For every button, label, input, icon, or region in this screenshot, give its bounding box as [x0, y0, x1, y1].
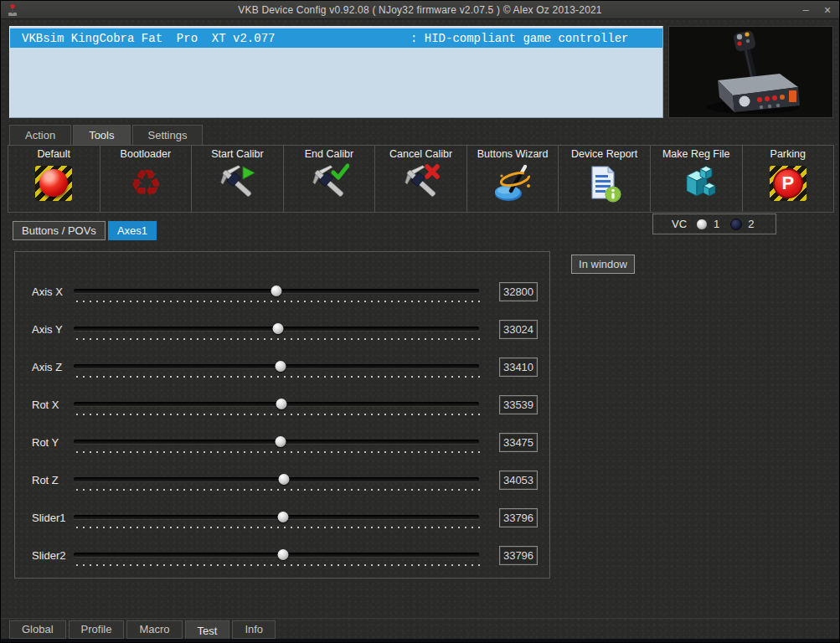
make-reg-file-button[interactable]: Make Reg File	[650, 146, 742, 212]
vc-group: VC 1 2	[652, 213, 776, 234]
toolbar: Default Bootloader ♻ Start Calibr	[8, 145, 834, 213]
axis-row-y: Axis Y 33024	[15, 320, 549, 353]
caliper-check-icon	[308, 162, 350, 205]
tab-axes1[interactable]: Axes1	[108, 221, 157, 240]
axis-tick-dots	[74, 338, 481, 340]
tab-info[interactable]: Info	[232, 620, 276, 639]
axis-slider[interactable]	[74, 553, 479, 557]
axis-value: 34053	[499, 471, 538, 490]
tab-settings[interactable]: Settings	[132, 125, 204, 146]
axis-label: Rot Z	[32, 474, 79, 486]
axis-label: Slider2	[32, 549, 79, 562]
magic-wand-icon	[492, 162, 533, 205]
axis-label: Axis Z	[32, 361, 79, 373]
joystick-image	[669, 27, 832, 117]
device-type: : HID-compliant game controller	[410, 32, 628, 45]
axis-slider-thumb[interactable]	[272, 323, 283, 334]
axes-panel: Axis X 32800 Axis Y 33024 Axis Z 33410 R…	[14, 251, 550, 579]
axis-label: Slider1	[32, 512, 79, 524]
axis-slider[interactable]	[74, 364, 479, 368]
axis-slider[interactable]	[74, 440, 479, 444]
vc1-radio[interactable]	[696, 219, 708, 230]
axis-slider-thumb[interactable]	[276, 399, 286, 409]
tab-profile[interactable]: Profile	[69, 620, 125, 639]
tab-test[interactable]: Test	[185, 620, 230, 640]
axis-value: 33410	[499, 358, 538, 377]
default-button[interactable]: Default	[8, 146, 100, 212]
hazard-red-button-icon	[33, 162, 75, 205]
buttons-wizard-button[interactable]: Buttons Wizard	[466, 146, 559, 212]
axis-slider-thumb[interactable]	[279, 474, 290, 485]
bootloader-button[interactable]: Bootloader ♻	[100, 146, 192, 212]
axis-row-slider2: Slider2 33796	[15, 546, 549, 579]
axis-slider-thumb[interactable]	[277, 512, 288, 522]
bottom-tab-bar: Global Profile Macro Test Info	[9, 620, 278, 640]
registry-cubes-icon	[675, 162, 717, 205]
axis-value: 33539	[499, 395, 538, 414]
axis-label: Axis X	[32, 285, 79, 298]
recycle-icon: ♻	[125, 162, 167, 205]
window-bottom-strip	[1, 639, 839, 643]
axis-tick-dots	[74, 489, 481, 491]
axis-slider-thumb[interactable]	[271, 285, 282, 296]
axis-slider[interactable]	[74, 402, 479, 406]
minimize-button[interactable]: –	[799, 1, 812, 19]
end-calibr-button[interactable]: End Calibr	[283, 146, 375, 212]
axis-value: 33796	[499, 508, 538, 527]
document-info-icon	[584, 162, 626, 205]
start-calibr-button[interactable]: Start Calibr	[191, 146, 283, 212]
axis-row-rx: Rot X 33539	[15, 395, 549, 429]
axis-tick-dots	[74, 414, 481, 415]
device-list: VKBsim KingCobra Fat Pro XT v2.077 : HID…	[9, 26, 663, 118]
tab-global[interactable]: Global	[9, 620, 66, 639]
device-report-button[interactable]: Device Report	[558, 146, 650, 212]
axis-value: 33796	[499, 546, 538, 565]
axis-slider[interactable]	[74, 289, 479, 293]
axis-label: Axis Y	[32, 323, 79, 336]
in-window-button[interactable]: In window	[571, 255, 635, 274]
caliper-play-icon	[216, 162, 258, 205]
vc2-radio[interactable]	[730, 219, 742, 230]
device-photo	[668, 26, 833, 118]
vc1-label: 1	[714, 218, 719, 230]
axis-tick-dots	[74, 451, 481, 453]
tab-tools[interactable]: Tools	[73, 125, 130, 146]
axis-value: 33024	[499, 320, 538, 339]
axis-label: Rot Y	[32, 436, 79, 449]
axis-tick-dots	[74, 527, 481, 528]
axis-row-x: Axis X 32800	[15, 282, 549, 316]
close-button[interactable]: ×	[821, 1, 834, 19]
vc2-label: 2	[748, 218, 754, 230]
axis-slider[interactable]	[74, 477, 479, 481]
axis-row-rz: Rot Z 34053	[15, 471, 549, 504]
axis-value: 32800	[499, 282, 538, 301]
axis-slider-thumb[interactable]	[276, 436, 286, 447]
cancel-calibr-button[interactable]: Cancel Calibr	[374, 146, 466, 212]
axis-tick-dots	[74, 301, 481, 302]
device-list-item-selected[interactable]: VKBsim KingCobra Fat Pro XT v2.077 : HID…	[10, 28, 662, 48]
axis-value: 33475	[499, 433, 538, 452]
axis-slider-thumb[interactable]	[277, 549, 288, 560]
axis-slider[interactable]	[74, 515, 479, 519]
axis-label: Rot X	[32, 399, 79, 411]
main-tab-bar: Action Tools Settings	[9, 125, 204, 146]
app-window: VKB Device Config v0.92.08 ( NJoy32 firm…	[0, 0, 840, 643]
device-name: VKBsim KingCobra Fat Pro XT v2.077	[22, 32, 275, 45]
axis-slider[interactable]	[74, 327, 479, 331]
tab-action[interactable]: Action	[9, 125, 71, 146]
axis-row-slider1: Slider1 33796	[15, 508, 549, 542]
tab-macro[interactable]: Macro	[126, 620, 182, 639]
title-bar: VKB Device Config v0.92.08 ( NJoy32 firm…	[1, 1, 839, 19]
axis-tick-dots	[74, 376, 481, 378]
axis-row-ry: Rot Y 33475	[15, 433, 549, 466]
vc-label: VC	[672, 218, 687, 230]
parking-icon: P	[767, 162, 809, 205]
caliper-cross-icon	[400, 162, 442, 205]
axis-slider-thumb[interactable]	[275, 361, 286, 372]
axis-tick-dots	[74, 564, 481, 566]
window-title: VKB Device Config v0.92.08 ( NJoy32 firm…	[1, 4, 839, 16]
axis-row-z: Axis Z 33410	[15, 358, 549, 391]
tab-buttons-povs[interactable]: Buttons / POVs	[13, 221, 106, 240]
parking-button[interactable]: Parking P	[742, 146, 834, 212]
view-tab-bar: Buttons / POVs Axes1	[13, 221, 159, 240]
